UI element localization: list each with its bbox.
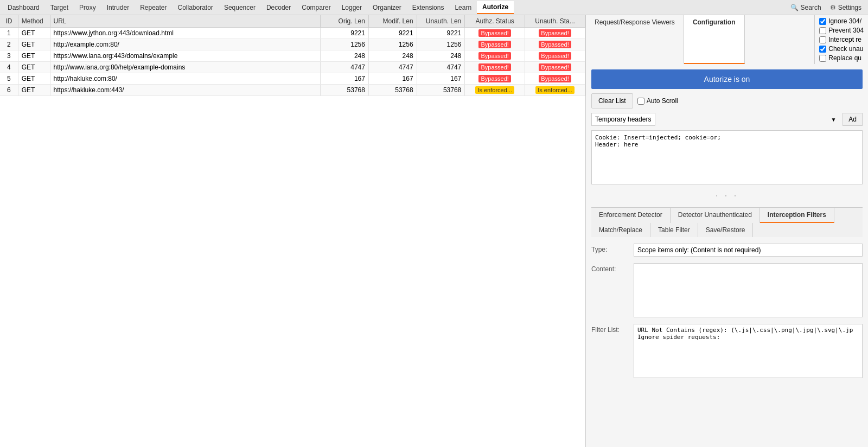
checkbox-replace[interactable]: Replace qu <box>819 54 864 62</box>
tab-configuration[interactable]: Configuration <box>684 15 745 64</box>
gear-icon: ⚙ <box>830 4 836 11</box>
right-panel: Request/Response Viewers Configuration I… <box>586 15 868 447</box>
checkbox-intercept[interactable]: Intercept re <box>819 36 864 43</box>
search-button[interactable]: 🔍 Search <box>786 3 826 12</box>
checkbox-ignore304[interactable]: Ignore 304/ <box>819 17 864 25</box>
cell-unauth-len: 4747 <box>417 62 465 73</box>
menu-extensions[interactable]: Extensions <box>407 2 450 14</box>
cell-id: 6 <box>0 85 18 96</box>
tab-interception-filters[interactable]: Interception Filters <box>760 208 834 223</box>
cell-id: 3 <box>0 50 18 62</box>
tab-enforcement-detector[interactable]: Enforcement Detector <box>591 208 671 223</box>
cell-authz-status: Bypassed! <box>465 28 525 39</box>
cell-authz-status: Bypassed! <box>465 50 525 62</box>
checkbox-prevent304[interactable]: Prevent 304 <box>819 27 864 34</box>
cell-unauth-len: 9221 <box>417 28 465 39</box>
cell-orig-len: 4747 <box>321 62 369 73</box>
menu-comparer[interactable]: Comparer <box>296 2 336 14</box>
cell-id: 4 <box>0 62 18 73</box>
tab-save-restore[interactable]: Save/Restore <box>698 223 754 237</box>
table-row[interactable]: 4 GET http://www.iana.org:80/help/exampl… <box>0 62 585 73</box>
prevent304-label: Prevent 304 <box>828 27 864 34</box>
table-row[interactable]: 3 GET https://www.iana.org:443/domains/e… <box>0 50 585 62</box>
content-row: Content: <box>591 263 863 317</box>
col-header-orig-len: Orig. Len <box>321 15 369 28</box>
bottom-tabs: Enforcement Detector Detector Unauthenti… <box>591 207 863 237</box>
col-header-unauth-status: Unauth. Sta... <box>525 15 585 28</box>
right-header: Request/Response Viewers Configuration I… <box>586 15 868 64</box>
menu-proxy[interactable]: Proxy <box>74 2 101 14</box>
cell-modif-len: 9221 <box>368 28 417 39</box>
add-button[interactable]: Ad <box>843 113 863 126</box>
menu-autorize[interactable]: Autorize <box>477 1 514 14</box>
col-header-unauth-len: Unauth. Len <box>417 15 465 28</box>
cell-modif-len: 1256 <box>368 39 417 50</box>
cell-url: http://example.com:80/ <box>50 39 321 50</box>
clear-list-button[interactable]: Clear List <box>591 93 633 108</box>
cell-orig-len: 9221 <box>321 28 369 39</box>
intercept-label: Intercept re <box>828 36 861 43</box>
menu-dashboard[interactable]: Dashboard <box>2 2 45 14</box>
menu-organizer[interactable]: Organizer <box>367 2 407 14</box>
auto-scroll-checkbox[interactable] <box>637 98 644 105</box>
cell-orig-len: 167 <box>321 73 369 85</box>
menu-sequencer[interactable]: Sequencer <box>219 2 261 14</box>
cell-modif-len: 4747 <box>368 62 417 73</box>
headers-dropdown[interactable]: Temporary headers <box>591 113 655 126</box>
cell-modif-len: 53768 <box>368 85 417 96</box>
cell-authz-status: Bypassed! <box>465 62 525 73</box>
cell-unauth-len: 1256 <box>417 39 465 50</box>
right-header-tabs: Request/Response Viewers Configuration <box>586 15 814 64</box>
autorize-toggle-button[interactable]: Autorize is on <box>591 69 863 89</box>
filter-list-label: Filter List: <box>591 324 629 334</box>
tab-match-replace[interactable]: Match/Replace <box>591 223 650 237</box>
filter-list-textarea[interactable] <box>634 324 863 378</box>
checkbox-check-unauth[interactable]: Check unau <box>819 45 864 53</box>
menu-repeater[interactable]: Repeater <box>135 2 172 14</box>
divider-dots: · · · <box>591 189 863 203</box>
table-row[interactable]: 2 GET http://example.com:80/ 1256 1256 1… <box>0 39 585 50</box>
cell-unauth-len: 53768 <box>417 85 465 96</box>
headers-textarea[interactable] <box>591 130 863 184</box>
col-header-authz-status: Authz. Status <box>465 15 525 28</box>
tab-request-response[interactable]: Request/Response Viewers <box>586 15 684 64</box>
ignore304-label: Ignore 304/ <box>828 17 861 25</box>
search-label: Search <box>801 4 821 11</box>
cell-modif-len: 167 <box>368 73 417 85</box>
content-textarea[interactable] <box>634 263 863 317</box>
menu-learn[interactable]: Learn <box>449 2 477 14</box>
menu-collaborator[interactable]: Collaborator <box>173 2 219 14</box>
col-header-method: Method <box>18 15 50 28</box>
col-header-id: ID <box>0 15 18 28</box>
intercept-checkbox[interactable] <box>819 36 826 43</box>
cell-url: https://www.iana.org:443/domains/example <box>50 50 321 62</box>
col-header-modif-len: Modif. Len <box>368 15 417 28</box>
left-panel: ID Method URL Orig. Len Modif. Len Unaut… <box>0 15 586 447</box>
menu-target[interactable]: Target <box>45 2 74 14</box>
check-unauth-checkbox[interactable] <box>819 46 826 53</box>
tab-detector-unauthenticated[interactable]: Detector Unauthenticated <box>671 208 760 223</box>
table-row[interactable]: 6 GET https://hakluke.com:443/ 53768 537… <box>0 85 585 96</box>
settings-button[interactable]: ⚙ Settings <box>826 3 866 12</box>
cell-method: GET <box>18 73 50 85</box>
cell-unauth-status: Bypassed! <box>525 39 585 50</box>
replace-checkbox[interactable] <box>819 55 826 62</box>
dropdown-row: Temporary headers Ad <box>591 113 863 126</box>
ignore304-checkbox[interactable] <box>819 18 826 25</box>
auto-scroll-label[interactable]: Auto Scroll <box>637 97 678 105</box>
cell-url: https://www.jython.org:443/download.html <box>50 28 321 39</box>
menu-logger[interactable]: Logger <box>336 2 367 14</box>
cell-method: GET <box>18 28 50 39</box>
replace-label: Replace qu <box>828 54 861 62</box>
menu-decoder[interactable]: Decoder <box>261 2 296 14</box>
cell-unauth-status: Bypassed! <box>525 62 585 73</box>
settings-label: Settings <box>838 4 861 11</box>
cell-url: https://hakluke.com:443/ <box>50 85 321 96</box>
tab-table-filter[interactable]: Table Filter <box>650 223 698 237</box>
prevent304-checkbox[interactable] <box>819 27 826 34</box>
table-row[interactable]: 5 GET http://hakluke.com:80/ 167 167 167… <box>0 73 585 85</box>
menu-intruder[interactable]: Intruder <box>101 2 135 14</box>
table-container[interactable]: ID Method URL Orig. Len Modif. Len Unaut… <box>0 15 585 447</box>
cell-unauth-status: Bypassed! <box>525 73 585 85</box>
table-row[interactable]: 1 GET https://www.jython.org:443/downloa… <box>0 28 585 39</box>
